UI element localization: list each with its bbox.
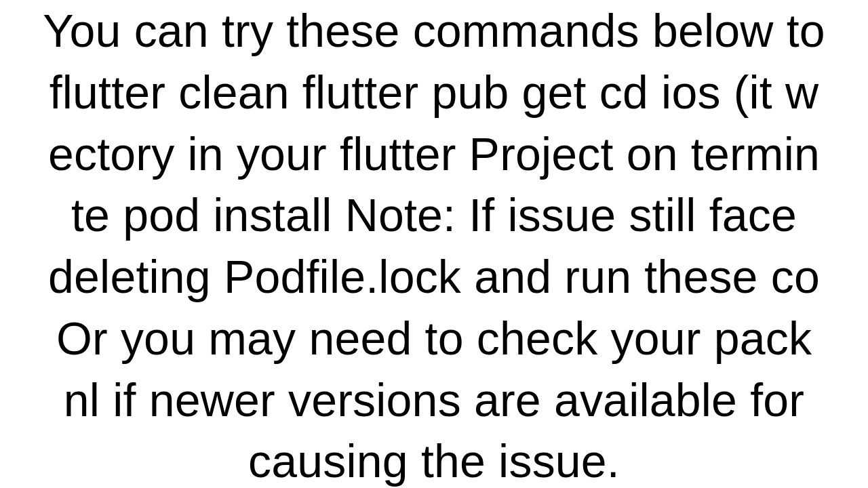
text-line: deleting Podfile.lock and run these co xyxy=(43,246,825,308)
text-line: ectory in your flutter Project on termin xyxy=(43,123,825,185)
document-body: You can try these commands below to flut… xyxy=(43,0,825,488)
text-line: nl if newer versions are available for xyxy=(43,369,825,431)
text-line: causing the issue. xyxy=(43,430,825,488)
text-line: te pod install Note: If issue still face xyxy=(43,184,825,246)
text-line: You can try these commands below to xyxy=(43,0,825,62)
text-line: flutter clean flutter pub get cd ios (it… xyxy=(43,62,825,123)
text-line: Or you may need to check your pack xyxy=(43,308,825,369)
